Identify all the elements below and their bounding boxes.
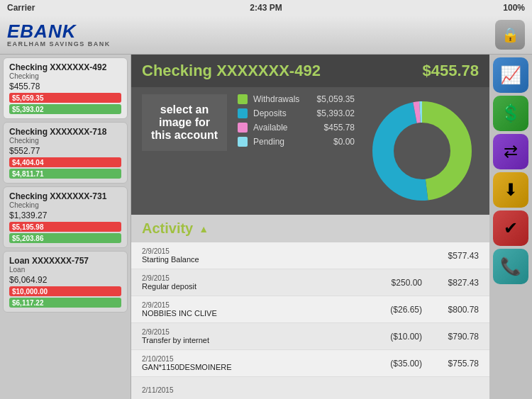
tx-desc: Regular deposit [142,282,365,291]
tx-date: 2/9/2015 [142,274,365,282]
logo-main: EBANK [7,22,76,40]
legend-label: Deposits [253,108,317,118]
tx-balance: $800.78 [422,305,479,315]
sidebar-account-loan-757[interactable]: Loan XXXXXXX-757 Loan $6,064.92 $10,000.… [3,251,128,313]
tx-amount: ($26.65) [365,305,422,315]
bar-red: $5,059.35 [9,93,121,103]
carrier-label: Carrier [7,3,35,13]
transaction-row[interactable]: 2/9/2015 NOBBIES INC CLIVE ($26.65) $800… [131,296,489,323]
bar-red: $10,000.00 [9,286,121,296]
chart-legend: Withdrawals $5,059.35 Deposits $5,393.02… [238,94,355,151]
tx-amount: ($35.00) [365,359,422,369]
sidebar-account-checking-492[interactable]: Checking XXXXXXX-492 Checking $455.78 $5… [3,57,128,119]
legend-item-pending: Pending $0.00 [238,137,355,147]
chart-section: select an image for this account Withdra… [131,87,489,215]
select-image-box[interactable]: select an image for this account [142,94,227,151]
tx-info: 2/11/2015 [142,386,365,394]
legend-color [238,94,248,104]
transaction-row[interactable]: 2/10/2015 GAN*1150DESMOINERE ($35.00) $7… [131,350,489,377]
tx-amount: ($10.00) [365,332,422,342]
download-button[interactable]: ⬇ [493,172,528,208]
legend-color [238,137,248,147]
status-bar: Carrier 2:43 PM 100% [0,0,532,16]
right-sidebar: 📈💲⇄⬇✔📞 [489,55,532,399]
sidebar-account-checking-718[interactable]: Checking XXXXXXX-718 Checking $552.77 $4… [3,122,128,184]
legend-value: $0.00 [333,137,355,147]
legend-color [238,108,248,118]
tx-date: 2/10/2015 [142,355,365,363]
transaction-row[interactable]: 2/9/2015 Transfer by internet ($10.00) $… [131,323,489,350]
tx-balance: $755.78 [422,359,479,369]
account-balance: $1,339.27 [9,210,121,220]
svg-point-4 [395,124,449,178]
tx-date: 2/9/2015 [142,328,365,336]
dollar-button[interactable]: 💲 [493,96,528,131]
accounts-sidebar: Checking XXXXXXX-492 Checking $455.78 $5… [0,55,131,399]
legend-label: Pending [253,137,333,147]
phone-button[interactable]: 📞 [493,249,528,284]
bar-green: $6,117.22 [9,298,121,308]
logo: EBANK EARLHAM SAVINGS BANK [7,22,111,47]
account-type: Checking [9,201,121,209]
main-container: Checking XXXXXXX-492 Checking $455.78 $5… [0,55,532,399]
donut-chart [365,94,479,208]
tx-balance: $577.43 [422,251,479,261]
tx-date: 2/9/2015 [142,301,365,309]
tx-desc: NOBBIES INC CLIVE [142,309,365,317]
account-type: Checking [9,72,121,80]
account-name: Loan XXXXXXX-757 [9,256,121,266]
tx-date: 2/11/2015 [142,386,365,394]
account-header: Checking XXXXXXX-492 $455.78 [131,55,489,87]
account-detail-balance: $455.78 [422,62,479,80]
logo-sub: EARLHAM SAVINGS BANK [7,40,111,47]
sidebar-account-checking-731[interactable]: Checking XXXXXXX-731 Checking $1,339.27 … [3,186,128,248]
chart-button[interactable]: 📈 [493,57,528,93]
tx-info: 2/9/2015 Transfer by internet [142,328,365,344]
transaction-row[interactable]: 2/9/2015 Starting Balance $577.43 [131,242,489,269]
tx-amount: $250.00 [365,278,422,288]
account-balance: $552.77 [9,146,121,156]
account-type: Loan [9,266,121,274]
legend-item-withdrawals: Withdrawals $5,059.35 [238,94,355,104]
battery-label: 100% [503,3,525,13]
account-name: Checking XXXXXXX-492 [9,62,121,72]
account-name: Checking XXXXXXX-718 [9,127,121,137]
transaction-row[interactable]: 2/11/2015 [131,377,489,399]
tx-balance: $827.43 [422,278,479,288]
lock-button[interactable]: 🔒 [495,20,525,50]
account-type: Checking [9,137,121,145]
tx-info: 2/9/2015 Regular deposit [142,274,365,291]
tx-date: 2/9/2015 [142,247,365,255]
tx-desc: GAN*1150DESMOINERE [142,363,365,371]
legend-item-deposits: Deposits $5,393.02 [238,108,355,118]
account-detail: Checking XXXXXXX-492 $455.78 select an i… [131,55,489,399]
legend-item-available: Available $455.78 [238,123,355,133]
transactions-list: 2/9/2015 Starting Balance $577.43 2/9/20… [131,242,489,399]
legend-label: Withdrawals [253,94,317,104]
transfer-button[interactable]: ⇄ [493,134,528,169]
tx-info: 2/9/2015 Starting Balance [142,247,365,264]
account-detail-name: Checking XXXXXXX-492 [142,62,321,80]
legend-color [238,123,248,133]
tx-balance: $790.78 [422,332,479,342]
tx-desc: Starting Balance [142,255,365,264]
app-header: EBANK EARLHAM SAVINGS BANK 🔒 [0,16,532,55]
account-balance: $455.78 [9,82,121,91]
account-balance: $6,064.92 [9,275,121,285]
legend-value: $5,393.02 [317,108,355,118]
tx-info: 2/10/2015 GAN*1150DESMOINERE [142,355,365,371]
check-button[interactable]: ✔ [493,210,528,246]
activity-sort-arrow[interactable]: ▲ [199,223,209,235]
account-name: Checking XXXXXXX-731 [9,191,121,201]
bar-green: $5,393.02 [9,104,121,114]
tx-info: 2/9/2015 NOBBIES INC CLIVE [142,301,365,317]
bar-red: $4,404.04 [9,157,121,167]
bar-green: $5,203.86 [9,233,121,243]
bar-green: $4,811.71 [9,169,121,179]
activity-title: Activity [142,220,193,237]
activity-header: Activity ▲ [131,215,489,242]
bar-red: $5,195.98 [9,222,121,232]
legend-value: $455.78 [324,123,355,133]
tx-desc: Transfer by internet [142,336,365,344]
transaction-row[interactable]: 2/9/2015 Regular deposit $250.00 $827.43 [131,269,489,296]
